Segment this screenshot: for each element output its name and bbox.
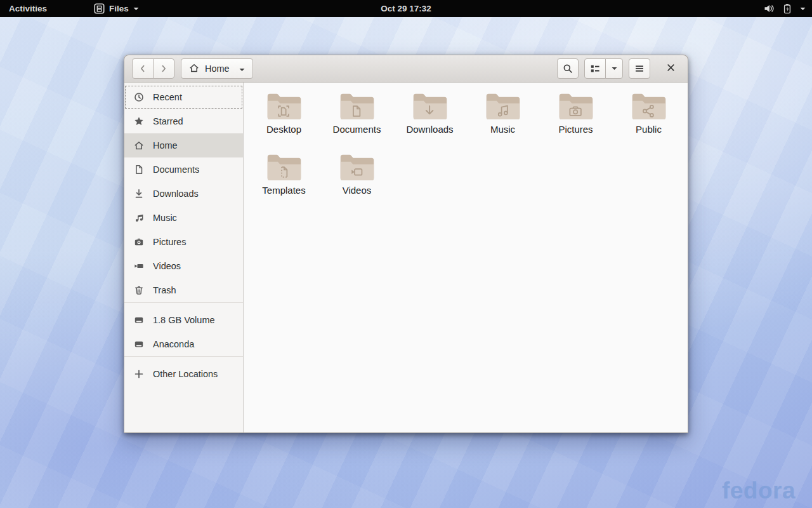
sidebar-item-other-locations[interactable]: Other Locations: [124, 362, 243, 386]
file-item-music[interactable]: Music: [468, 89, 538, 150]
file-item-desktop[interactable]: Desktop: [249, 89, 319, 150]
sidebar-item-label: Anaconda: [153, 339, 194, 349]
sidebar-item-label: Recent: [153, 92, 182, 102]
file-item-videos[interactable]: Videos: [322, 150, 392, 211]
download-icon: [134, 189, 144, 199]
path-bar-button[interactable]: Home: [181, 58, 253, 79]
sidebar-item-starred[interactable]: Starred: [124, 109, 243, 133]
camera-icon: [134, 237, 144, 247]
back-button[interactable]: [132, 58, 154, 79]
sidebar: RecentStarredHomeDocumentsDownloadsMusic…: [124, 83, 244, 432]
activities-label: Activities: [9, 4, 47, 13]
file-label: Desktop: [266, 124, 301, 135]
folder-icon: [266, 91, 302, 121]
sidebar-item-anaconda[interactable]: Anaconda: [124, 332, 243, 356]
sidebar-item-pictures[interactable]: Pictures: [124, 230, 243, 254]
list-view-button[interactable]: [584, 58, 606, 79]
home-icon: [134, 140, 144, 150]
disk-icon: [134, 315, 144, 325]
files-area[interactable]: Desktop Documents Downloads Music Pictur…: [244, 83, 688, 432]
app-menu-label: Files: [109, 4, 129, 13]
folder-icon: [339, 91, 375, 121]
menu-button[interactable]: [629, 58, 650, 79]
file-label: Music: [490, 124, 515, 135]
sidebar-item-videos[interactable]: Videos: [124, 254, 243, 278]
sidebar-item-label: 1.8 GB Volume: [153, 315, 215, 325]
files-window: Home: [124, 55, 688, 433]
view-buttons: [584, 58, 623, 79]
folder-icon: [412, 91, 448, 121]
sidebar-item-label: Documents: [153, 164, 199, 175]
sidebar-item-home[interactable]: Home: [124, 133, 243, 157]
activities-button[interactable]: Activities: [0, 0, 56, 17]
folder-icon: [266, 152, 302, 182]
trash-icon: [134, 285, 144, 295]
file-item-templates[interactable]: Templates: [249, 150, 319, 211]
fedora-logo: fedora: [722, 478, 796, 504]
disk-icon: [134, 339, 144, 349]
sidebar-item-label: Pictures: [153, 237, 186, 247]
file-label: Downloads: [406, 124, 453, 135]
document-icon: [134, 164, 144, 175]
file-item-downloads[interactable]: Downloads: [395, 89, 465, 150]
file-label: Documents: [333, 124, 381, 135]
plus-icon: [134, 369, 144, 379]
close-button[interactable]: [661, 58, 680, 79]
volume-icon: [764, 4, 775, 13]
desktop: { "topbar": { "activities": "Activities"…: [0, 0, 812, 508]
file-label: Templates: [262, 185, 305, 196]
sidebar-item-music[interactable]: Music: [124, 206, 243, 230]
forward-button[interactable]: [153, 58, 174, 79]
sidebar-item-label: Music: [153, 213, 177, 223]
sidebar-item-label: Videos: [153, 261, 181, 271]
file-item-public[interactable]: Public: [614, 89, 684, 150]
search-button[interactable]: [557, 58, 579, 79]
nav-buttons: [132, 58, 174, 79]
sidebar-item-trash[interactable]: Trash: [124, 278, 243, 302]
folder-icon: [558, 91, 594, 121]
sidebar-item-label: Starred: [153, 116, 183, 126]
app-menu-button[interactable]: Files: [89, 0, 144, 17]
view-options-button[interactable]: [605, 58, 623, 79]
sidebar-item-label: Other Locations: [153, 369, 218, 379]
sidebar-divider: [124, 302, 243, 303]
clock-icon: [134, 92, 144, 102]
file-label: Pictures: [558, 124, 593, 135]
sidebar-item-downloads[interactable]: Downloads: [124, 182, 243, 206]
file-item-documents[interactable]: Documents: [322, 89, 392, 150]
clock-label: Oct 29 17:32: [381, 4, 431, 13]
top-bar: Activities Files Oct 29 17:32: [0, 0, 812, 17]
file-label: Videos: [343, 185, 372, 196]
chevron-down-icon: [133, 7, 139, 11]
folder-icon: [485, 91, 521, 121]
sidebar-item-recent[interactable]: Recent: [124, 85, 243, 109]
music-icon: [134, 213, 144, 223]
battery-icon: [783, 3, 792, 14]
sidebar-item-volume[interactable]: 1.8 GB Volume: [124, 308, 243, 332]
home-icon: [189, 63, 199, 75]
close-icon: [666, 63, 676, 75]
sidebar-item-label: Downloads: [153, 189, 199, 199]
chevron-down-icon: [800, 7, 806, 11]
chevron-down-icon: [239, 64, 245, 74]
header-bar[interactable]: Home: [124, 55, 688, 83]
files-app-icon: [94, 3, 105, 14]
folder-icon: [339, 152, 375, 182]
files-grid: Desktop Documents Downloads Music Pictur…: [247, 89, 688, 211]
folder-icon: [631, 91, 667, 121]
sidebar-item-documents[interactable]: Documents: [124, 157, 243, 182]
sidebar-item-label: Home: [153, 140, 178, 150]
clock[interactable]: Oct 29 17:32: [381, 0, 431, 17]
file-label: Public: [636, 124, 662, 135]
video-icon: [134, 261, 144, 271]
file-item-pictures[interactable]: Pictures: [541, 89, 611, 150]
sidebar-divider: [124, 356, 243, 357]
system-status-area[interactable]: [764, 0, 806, 17]
sidebar-item-label: Trash: [153, 285, 176, 295]
star-icon: [134, 116, 144, 126]
path-label: Home: [205, 64, 230, 74]
